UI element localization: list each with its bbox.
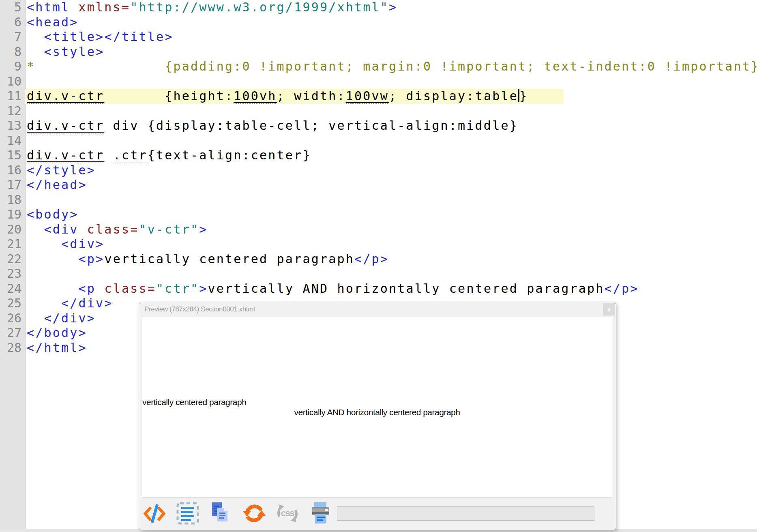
code-line[interactable]: 16</style> — [0, 163, 757, 178]
code-line-text: div.v-ctr .ctr{text-align:center} — [25, 148, 757, 163]
line-number: 6 — [0, 15, 25, 30]
code-line-text: <title></title> — [25, 30, 757, 45]
code-line[interactable]: 8 <style> — [0, 45, 757, 60]
code-line-text: * {padding:0 !important; margin:0 !impor… — [25, 59, 757, 74]
code-line-text: <style> — [25, 45, 757, 60]
code-line[interactable]: 14 — [0, 133, 757, 148]
code-line-text: <html xmlns="http://www.w3.org/1999/xhtm… — [25, 0, 757, 15]
inspect-css-icon[interactable]: CSS — [275, 501, 300, 526]
code-line-text: div.v-ctr {height:100vh; width:100vw; di… — [25, 89, 757, 104]
code-line-text: </head> — [25, 178, 757, 193]
line-number: 20 — [0, 222, 25, 237]
code-line-text: <div> — [25, 237, 757, 252]
code-line[interactable]: 23 — [0, 266, 757, 281]
preview-toolbar: CSS — [139, 498, 616, 529]
line-number: 17 — [0, 178, 25, 193]
code-line-text: <body> — [25, 207, 757, 222]
line-number: 9 — [0, 59, 25, 74]
code-line-text: div.v-ctr div {display:table-cell; verti… — [25, 118, 757, 133]
line-number: 26 — [0, 311, 25, 326]
code-line[interactable]: 5<html xmlns="http://www.w3.org/1999/xht… — [0, 0, 757, 15]
code-line-text — [25, 266, 757, 281]
preview-title: Preview (787x284) Section0001.xhtml — [139, 302, 616, 317]
code-line[interactable]: 15div.v-ctr .ctr{text-align:center} — [0, 148, 757, 163]
print-icon[interactable] — [309, 501, 333, 526]
app-window: 5<html xmlns="http://www.w3.org/1999/xht… — [0, 0, 757, 532]
code-line[interactable]: 22 <p>vertically centered paragraph</p> — [0, 252, 757, 267]
line-number: 5 — [0, 0, 25, 15]
line-number: 28 — [0, 341, 25, 356]
refresh-icon[interactable] — [242, 501, 266, 526]
code-line[interactable]: 24 <p class="ctr">vertically AND horizon… — [0, 281, 757, 296]
code-line-text — [25, 193, 757, 208]
code-line-text — [25, 104, 757, 119]
code-line[interactable]: 7 <title></title> — [0, 30, 757, 45]
code-line[interactable]: 11div.v-ctr {height:100vh; width:100vw; … — [0, 89, 757, 104]
code-line[interactable]: 6<head> — [0, 15, 757, 30]
line-number: 13 — [0, 118, 25, 133]
line-number: 11 — [0, 89, 25, 104]
code-line-text: <head> — [25, 15, 757, 30]
line-number: 19 — [0, 207, 25, 222]
code-line[interactable]: 17</head> — [0, 178, 757, 193]
line-number: 23 — [0, 266, 25, 281]
preview-paragraph: vertically centered paragraph — [142, 397, 612, 407]
line-number: 16 — [0, 163, 25, 178]
code-line[interactable]: 21 <div> — [0, 237, 757, 252]
close-icon[interactable]: x — [603, 303, 615, 315]
line-number: 27 — [0, 326, 25, 341]
preview-window: Preview (787x284) Section0001.xhtml x ve… — [139, 302, 616, 530]
line-number: 24 — [0, 281, 25, 296]
copy-icon[interactable] — [209, 501, 233, 526]
code-line[interactable]: 10 — [0, 74, 757, 89]
code-line-text — [25, 133, 757, 148]
css-icon-label: CSS — [281, 510, 294, 518]
preview-paragraph: vertically AND horizontally centered par… — [142, 407, 612, 417]
preview-render-area: vertically centered paragraph vertically… — [142, 317, 612, 498]
preview-address-input[interactable] — [337, 506, 594, 521]
line-number: 14 — [0, 133, 25, 148]
code-line-text: <p>vertically centered paragraph</p> — [25, 252, 757, 267]
code-line-text: <p class="ctr">vertically AND horizontal… — [25, 281, 757, 296]
line-number: 10 — [0, 74, 25, 89]
select-all-icon[interactable] — [176, 501, 200, 526]
line-number: 8 — [0, 45, 25, 60]
code-line-text: <div class="v-ctr"> — [25, 222, 757, 237]
code-line[interactable]: 20 <div class="v-ctr"> — [0, 222, 757, 237]
code-line[interactable]: 13div.v-ctr div {display:table-cell; ver… — [0, 118, 757, 133]
code-view-icon[interactable] — [142, 501, 167, 526]
code-line[interactable]: 9* {padding:0 !important; margin:0 !impo… — [0, 59, 757, 74]
line-number: 25 — [0, 296, 25, 311]
code-line[interactable]: 19<body> — [0, 207, 757, 222]
line-number: 7 — [0, 30, 25, 45]
line-number: 18 — [0, 193, 25, 208]
code-line[interactable]: 12 — [0, 104, 757, 119]
line-number: 21 — [0, 237, 25, 252]
code-line-text — [25, 74, 757, 89]
line-number: 12 — [0, 104, 25, 119]
line-number: 22 — [0, 252, 25, 267]
code-line[interactable]: 18 — [0, 193, 757, 208]
line-number: 15 — [0, 148, 25, 163]
code-line-text: </style> — [25, 163, 757, 178]
preview-titlebar[interactable]: Preview (787x284) Section0001.xhtml x — [139, 302, 616, 317]
